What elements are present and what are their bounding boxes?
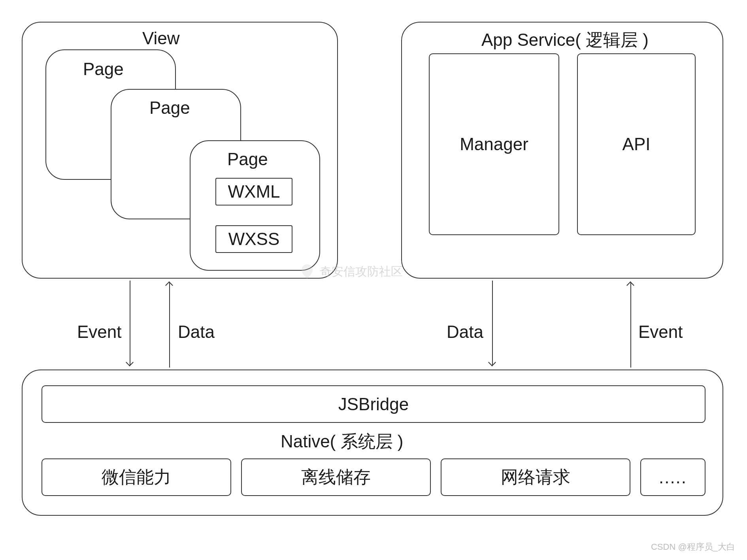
native-item-3-label: ..... bbox=[659, 468, 687, 487]
arrow-view-data-head bbox=[165, 281, 173, 289]
page-label-1: Page bbox=[83, 59, 124, 79]
view-title: View bbox=[142, 28, 180, 48]
page-label-2: Page bbox=[149, 98, 190, 118]
wxml-box: WXML bbox=[215, 178, 292, 206]
native-item-2-label: 网络请求 bbox=[501, 466, 570, 489]
manager-label: Manager bbox=[460, 134, 528, 154]
jsbridge-box: JSBridge bbox=[42, 385, 706, 423]
watermark-text: 奇安信攻防社区 bbox=[320, 264, 403, 280]
arrow-view-data-label: Data bbox=[178, 322, 215, 342]
arrow-service-data-label: Data bbox=[447, 322, 483, 342]
native-item-2: 网络请求 bbox=[441, 458, 630, 496]
arrow-view-event-label: Event bbox=[77, 322, 122, 342]
arrow-view-data-line bbox=[169, 283, 170, 368]
wxml-label: WXML bbox=[228, 182, 280, 202]
watermark: 奇安信攻防社区 bbox=[298, 263, 403, 280]
api-box: API bbox=[577, 53, 696, 235]
arrow-service-event-label: Event bbox=[638, 322, 683, 342]
page-label-3: Page bbox=[227, 149, 268, 169]
footer-credit: CSDN @程序员_大白 bbox=[651, 541, 735, 553]
arrow-service-data-head bbox=[488, 358, 496, 366]
arrow-view-event-line bbox=[130, 281, 130, 366]
arrow-service-data-line bbox=[492, 281, 493, 366]
manager-box: Manager bbox=[429, 53, 559, 235]
watermark-icon bbox=[298, 263, 316, 280]
native-item-3: ..... bbox=[640, 458, 706, 496]
jsbridge-label: JSBridge bbox=[338, 394, 409, 414]
appservice-title: App Service( 逻辑层 ) bbox=[481, 28, 649, 52]
native-item-0: 微信能力 bbox=[42, 458, 231, 496]
arrow-service-event-head bbox=[626, 281, 634, 289]
wxss-label: WXSS bbox=[228, 229, 280, 249]
native-title: Native( 系统层 ) bbox=[281, 430, 403, 453]
native-item-1: 离线储存 bbox=[241, 458, 431, 496]
arrow-view-event-head bbox=[126, 358, 134, 366]
api-label: API bbox=[622, 134, 651, 154]
arrow-service-event-line bbox=[630, 283, 631, 368]
native-item-1-label: 离线储存 bbox=[301, 466, 371, 489]
native-item-0-label: 微信能力 bbox=[102, 466, 171, 489]
wxss-box: WXSS bbox=[215, 225, 292, 253]
